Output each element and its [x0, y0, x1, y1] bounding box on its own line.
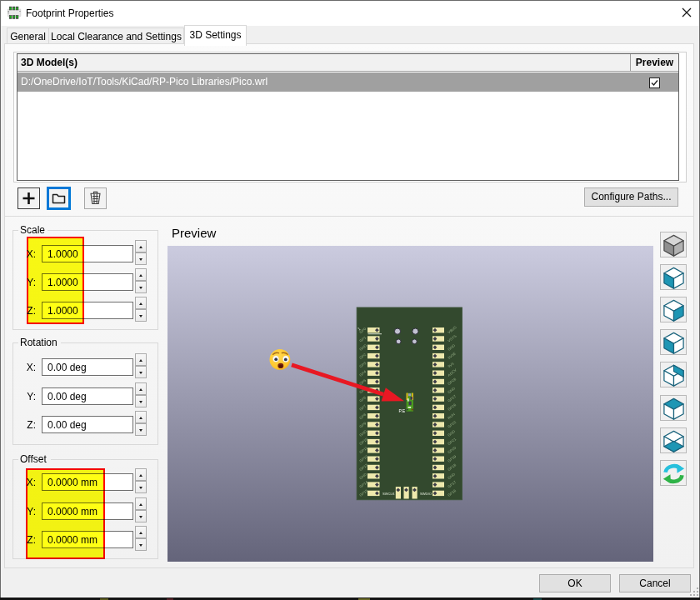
svg-text:SWDIO: SWDIO — [420, 492, 432, 496]
svg-text:SWCLK: SWCLK — [382, 492, 395, 496]
svg-text:P.E: P.E — [399, 408, 406, 413]
